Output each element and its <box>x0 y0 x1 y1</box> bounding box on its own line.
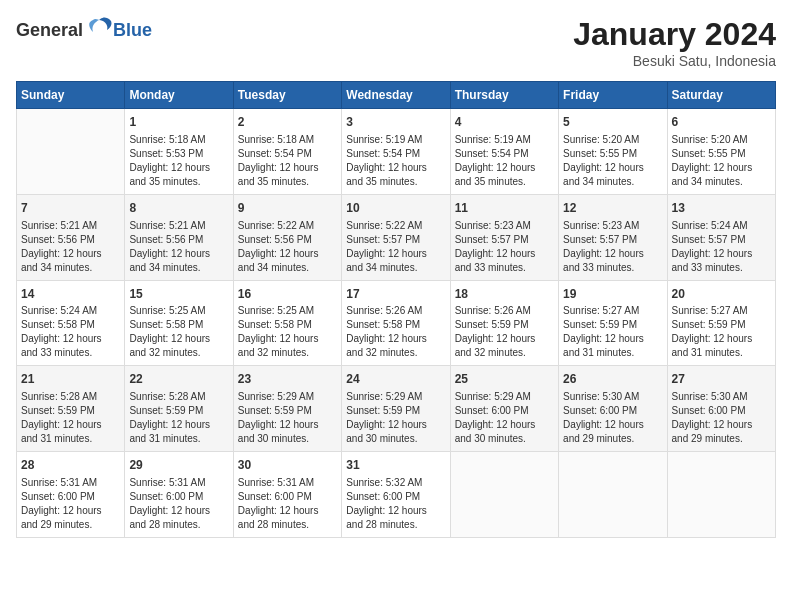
day-info: Sunrise: 5:23 AM Sunset: 5:57 PM Dayligh… <box>563 219 662 275</box>
day-number: 29 <box>129 457 228 474</box>
day-header-sunday: Sunday <box>17 82 125 109</box>
calendar-cell: 5Sunrise: 5:20 AM Sunset: 5:55 PM Daylig… <box>559 109 667 195</box>
logo-general-text: General <box>16 20 83 41</box>
day-number: 30 <box>238 457 337 474</box>
day-number: 15 <box>129 286 228 303</box>
calendar-week-5: 28Sunrise: 5:31 AM Sunset: 6:00 PM Dayli… <box>17 452 776 538</box>
day-number: 27 <box>672 371 771 388</box>
day-number: 10 <box>346 200 445 217</box>
calendar-week-2: 7Sunrise: 5:21 AM Sunset: 5:56 PM Daylig… <box>17 194 776 280</box>
day-info: Sunrise: 5:29 AM Sunset: 5:59 PM Dayligh… <box>238 390 337 446</box>
day-info: Sunrise: 5:27 AM Sunset: 5:59 PM Dayligh… <box>563 304 662 360</box>
day-info: Sunrise: 5:28 AM Sunset: 5:59 PM Dayligh… <box>21 390 120 446</box>
day-info: Sunrise: 5:24 AM Sunset: 5:57 PM Dayligh… <box>672 219 771 275</box>
day-number: 8 <box>129 200 228 217</box>
day-number: 21 <box>21 371 120 388</box>
day-info: Sunrise: 5:19 AM Sunset: 5:54 PM Dayligh… <box>346 133 445 189</box>
calendar-cell: 13Sunrise: 5:24 AM Sunset: 5:57 PM Dayli… <box>667 194 775 280</box>
day-number: 12 <box>563 200 662 217</box>
calendar-cell: 2Sunrise: 5:18 AM Sunset: 5:54 PM Daylig… <box>233 109 341 195</box>
calendar-cell: 10Sunrise: 5:22 AM Sunset: 5:57 PM Dayli… <box>342 194 450 280</box>
day-number: 2 <box>238 114 337 131</box>
logo-bird-icon <box>85 16 113 44</box>
calendar-cell <box>17 109 125 195</box>
day-info: Sunrise: 5:24 AM Sunset: 5:58 PM Dayligh… <box>21 304 120 360</box>
day-number: 1 <box>129 114 228 131</box>
day-number: 24 <box>346 371 445 388</box>
calendar-cell: 30Sunrise: 5:31 AM Sunset: 6:00 PM Dayli… <box>233 452 341 538</box>
day-info: Sunrise: 5:31 AM Sunset: 6:00 PM Dayligh… <box>238 476 337 532</box>
calendar-cell: 20Sunrise: 5:27 AM Sunset: 5:59 PM Dayli… <box>667 280 775 366</box>
day-info: Sunrise: 5:22 AM Sunset: 5:56 PM Dayligh… <box>238 219 337 275</box>
day-info: Sunrise: 5:30 AM Sunset: 6:00 PM Dayligh… <box>672 390 771 446</box>
day-number: 20 <box>672 286 771 303</box>
day-info: Sunrise: 5:26 AM Sunset: 5:58 PM Dayligh… <box>346 304 445 360</box>
title-block: January 2024 Besuki Satu, Indonesia <box>573 16 776 69</box>
day-info: Sunrise: 5:30 AM Sunset: 6:00 PM Dayligh… <box>563 390 662 446</box>
calendar-cell: 21Sunrise: 5:28 AM Sunset: 5:59 PM Dayli… <box>17 366 125 452</box>
day-info: Sunrise: 5:18 AM Sunset: 5:54 PM Dayligh… <box>238 133 337 189</box>
day-info: Sunrise: 5:32 AM Sunset: 6:00 PM Dayligh… <box>346 476 445 532</box>
calendar-cell: 26Sunrise: 5:30 AM Sunset: 6:00 PM Dayli… <box>559 366 667 452</box>
calendar-location: Besuki Satu, Indonesia <box>573 53 776 69</box>
logo: General Blue <box>16 16 152 44</box>
calendar-cell <box>559 452 667 538</box>
calendar-cell: 27Sunrise: 5:30 AM Sunset: 6:00 PM Dayli… <box>667 366 775 452</box>
calendar-cell: 9Sunrise: 5:22 AM Sunset: 5:56 PM Daylig… <box>233 194 341 280</box>
day-info: Sunrise: 5:27 AM Sunset: 5:59 PM Dayligh… <box>672 304 771 360</box>
day-number: 5 <box>563 114 662 131</box>
calendar-cell: 16Sunrise: 5:25 AM Sunset: 5:58 PM Dayli… <box>233 280 341 366</box>
day-info: Sunrise: 5:31 AM Sunset: 6:00 PM Dayligh… <box>21 476 120 532</box>
calendar-cell: 15Sunrise: 5:25 AM Sunset: 5:58 PM Dayli… <box>125 280 233 366</box>
day-info: Sunrise: 5:31 AM Sunset: 6:00 PM Dayligh… <box>129 476 228 532</box>
day-number: 16 <box>238 286 337 303</box>
calendar-cell: 25Sunrise: 5:29 AM Sunset: 6:00 PM Dayli… <box>450 366 558 452</box>
day-number: 3 <box>346 114 445 131</box>
calendar-cell: 23Sunrise: 5:29 AM Sunset: 5:59 PM Dayli… <box>233 366 341 452</box>
day-info: Sunrise: 5:28 AM Sunset: 5:59 PM Dayligh… <box>129 390 228 446</box>
calendar-cell: 6Sunrise: 5:20 AM Sunset: 5:55 PM Daylig… <box>667 109 775 195</box>
calendar-cell: 3Sunrise: 5:19 AM Sunset: 5:54 PM Daylig… <box>342 109 450 195</box>
calendar-week-1: 1Sunrise: 5:18 AM Sunset: 5:53 PM Daylig… <box>17 109 776 195</box>
day-info: Sunrise: 5:29 AM Sunset: 5:59 PM Dayligh… <box>346 390 445 446</box>
calendar-header: SundayMondayTuesdayWednesdayThursdayFrid… <box>17 82 776 109</box>
day-number: 28 <box>21 457 120 474</box>
day-header-tuesday: Tuesday <box>233 82 341 109</box>
calendar-table: SundayMondayTuesdayWednesdayThursdayFrid… <box>16 81 776 538</box>
calendar-cell: 29Sunrise: 5:31 AM Sunset: 6:00 PM Dayli… <box>125 452 233 538</box>
day-number: 22 <box>129 371 228 388</box>
calendar-week-3: 14Sunrise: 5:24 AM Sunset: 5:58 PM Dayli… <box>17 280 776 366</box>
day-number: 25 <box>455 371 554 388</box>
day-info: Sunrise: 5:18 AM Sunset: 5:53 PM Dayligh… <box>129 133 228 189</box>
day-header-row: SundayMondayTuesdayWednesdayThursdayFrid… <box>17 82 776 109</box>
calendar-title: January 2024 <box>573 16 776 53</box>
day-header-monday: Monday <box>125 82 233 109</box>
calendar-week-4: 21Sunrise: 5:28 AM Sunset: 5:59 PM Dayli… <box>17 366 776 452</box>
day-number: 17 <box>346 286 445 303</box>
day-info: Sunrise: 5:29 AM Sunset: 6:00 PM Dayligh… <box>455 390 554 446</box>
day-info: Sunrise: 5:25 AM Sunset: 5:58 PM Dayligh… <box>129 304 228 360</box>
day-header-saturday: Saturday <box>667 82 775 109</box>
calendar-cell: 12Sunrise: 5:23 AM Sunset: 5:57 PM Dayli… <box>559 194 667 280</box>
calendar-cell: 17Sunrise: 5:26 AM Sunset: 5:58 PM Dayli… <box>342 280 450 366</box>
day-header-friday: Friday <box>559 82 667 109</box>
calendar-cell: 19Sunrise: 5:27 AM Sunset: 5:59 PM Dayli… <box>559 280 667 366</box>
day-info: Sunrise: 5:19 AM Sunset: 5:54 PM Dayligh… <box>455 133 554 189</box>
day-header-wednesday: Wednesday <box>342 82 450 109</box>
day-info: Sunrise: 5:20 AM Sunset: 5:55 PM Dayligh… <box>563 133 662 189</box>
logo-blue-text: Blue <box>113 20 152 40</box>
day-info: Sunrise: 5:22 AM Sunset: 5:57 PM Dayligh… <box>346 219 445 275</box>
calendar-cell: 14Sunrise: 5:24 AM Sunset: 5:58 PM Dayli… <box>17 280 125 366</box>
calendar-cell: 24Sunrise: 5:29 AM Sunset: 5:59 PM Dayli… <box>342 366 450 452</box>
day-info: Sunrise: 5:21 AM Sunset: 5:56 PM Dayligh… <box>21 219 120 275</box>
day-number: 19 <box>563 286 662 303</box>
calendar-cell <box>450 452 558 538</box>
day-number: 9 <box>238 200 337 217</box>
day-number: 18 <box>455 286 554 303</box>
calendar-cell <box>667 452 775 538</box>
day-info: Sunrise: 5:25 AM Sunset: 5:58 PM Dayligh… <box>238 304 337 360</box>
day-number: 7 <box>21 200 120 217</box>
day-info: Sunrise: 5:26 AM Sunset: 5:59 PM Dayligh… <box>455 304 554 360</box>
page-header: General Blue January 2024 Besuki Satu, I… <box>16 16 776 69</box>
calendar-cell: 31Sunrise: 5:32 AM Sunset: 6:00 PM Dayli… <box>342 452 450 538</box>
